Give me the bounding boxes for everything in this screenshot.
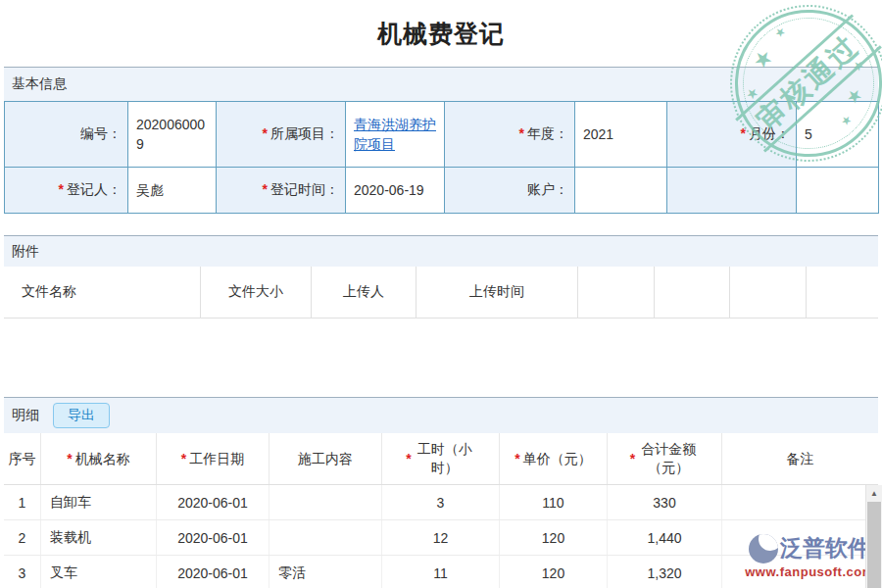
month-label: 月份： — [749, 125, 790, 141]
number-label: 编号： — [80, 125, 122, 141]
section-basic-info: 基本信息 — [4, 67, 878, 101]
det-header-machine: *机械名称 — [41, 433, 157, 484]
register-time-value-cell: 2020-06-19 — [346, 168, 445, 214]
registrant-label: 登记人： — [67, 181, 122, 197]
row-machine: 叉车 — [41, 556, 157, 588]
attach-header-upload-time: 上传时间 — [416, 267, 578, 318]
empty-value-cell — [797, 168, 879, 214]
year-label-cell: *年度： — [445, 102, 575, 168]
attach-header-file-size: 文件大小 — [201, 267, 312, 318]
register-time-label-cell: *登记时间： — [217, 168, 346, 214]
attach-header-uploader: 上传人 — [312, 267, 416, 318]
table-row: 1 自卸车 2020-06-01 3 110 330 — [4, 485, 878, 520]
registrant-value: 吴彪 — [136, 182, 164, 198]
row-date: 2020-06-01 — [157, 556, 270, 588]
det-header-remark: 备注 — [722, 433, 878, 484]
required-mark: * — [263, 125, 268, 141]
page-title: 机械费登记 — [0, 18, 882, 50]
registrant-label-cell: *登记人： — [5, 168, 128, 214]
row-content — [270, 485, 382, 519]
row-remark — [722, 485, 878, 519]
required-mark: * — [181, 450, 186, 468]
row-no: 3 — [4, 556, 41, 588]
machinery-fee-registration-page: 机械费登记 基本信息 编号： 2020060009 *所属项目： 青海洪湖养护院… — [0, 0, 882, 588]
required-mark: * — [406, 450, 411, 468]
row-price: 110 — [500, 485, 608, 519]
required-mark: * — [519, 125, 524, 141]
register-time-label: 登记时间： — [270, 181, 339, 197]
det-header-total: *合计金额（元） — [608, 433, 722, 484]
row-no: 2 — [4, 520, 41, 555]
row-no: 1 — [4, 485, 41, 519]
vertical-scrollbar[interactable]: ▲ — [865, 485, 882, 588]
det-header-date-label: 工作日期 — [189, 450, 244, 468]
vendor-logo: 泛普软件 www.fanpusoft.com — [745, 533, 874, 579]
account-value-cell — [575, 168, 667, 214]
month-value: 5 — [805, 126, 812, 142]
attach-header-empty — [578, 267, 655, 318]
section-attachments: 附件 — [4, 235, 878, 267]
attachments-section-title: 附件 — [12, 243, 39, 261]
attach-header-empty — [730, 267, 807, 318]
row-price: 120 — [500, 556, 608, 588]
required-mark: * — [263, 181, 268, 197]
project-value-cell: 青海洪湖养护院项目 — [346, 102, 445, 168]
scrollbar-thumb[interactable] — [867, 502, 881, 588]
month-value-cell: 5 — [797, 102, 879, 168]
row-date: 2020-06-01 — [157, 520, 270, 555]
basic-info-section-title: 基本信息 — [12, 75, 67, 93]
required-mark: * — [741, 125, 746, 141]
project-label-cell: *所属项目： — [217, 102, 346, 168]
year-value: 2021 — [583, 126, 613, 142]
month-label-cell: *月份： — [667, 102, 797, 168]
attach-header-empty — [807, 267, 878, 318]
row-total: 1,440 — [608, 520, 722, 555]
det-header-price: *单价（元） — [500, 433, 608, 484]
row-content — [270, 520, 382, 555]
row-total: 330 — [608, 485, 722, 519]
row-date: 2020-06-01 — [157, 485, 270, 519]
row-machine: 装载机 — [41, 520, 157, 555]
row-content: 零活 — [270, 556, 382, 588]
required-mark: * — [59, 181, 64, 197]
account-label-cell: 账户： — [445, 168, 575, 214]
row-total: 1,320 — [608, 556, 722, 588]
vendor-website: www.fanpusoft.com — [745, 564, 874, 579]
row-price: 120 — [500, 520, 608, 555]
required-mark: * — [514, 450, 519, 468]
det-header-date: *工作日期 — [157, 433, 270, 484]
attachments-header-row: 文件名称 文件大小 上传人 上传时间 — [4, 267, 878, 318]
export-button[interactable]: 导出 — [53, 403, 110, 428]
row-hours: 12 — [382, 520, 500, 555]
required-mark: * — [630, 450, 635, 468]
scrollbar-up-arrow-icon[interactable]: ▲ — [866, 485, 882, 502]
fanpu-logo-icon — [749, 534, 778, 564]
account-label: 账户： — [527, 181, 568, 197]
section-details: 明细 导出 — [4, 397, 878, 433]
row-hours: 3 — [382, 485, 500, 519]
det-header-content: 施工内容 — [270, 433, 382, 484]
project-label: 所属项目： — [270, 125, 339, 141]
det-header-price-label: 单价（元） — [523, 450, 592, 468]
number-value-cell: 2020060009 — [128, 102, 217, 168]
year-label: 年度： — [527, 125, 568, 141]
det-header-machine-label: 机械名称 — [75, 450, 130, 468]
details-header-row: 序号 *机械名称 *工作日期 施工内容 *工时（小时） *单价（元） *合计金额… — [4, 433, 878, 485]
attach-header-file-name: 文件名称 — [4, 267, 201, 318]
year-value-cell: 2021 — [575, 102, 667, 168]
number-value: 2020060009 — [136, 117, 205, 152]
required-mark: * — [67, 450, 72, 468]
details-section-title: 明细 — [12, 407, 39, 424]
attach-header-empty — [655, 267, 730, 318]
register-time-value: 2020-06-19 — [354, 182, 424, 198]
basic-info-table: 编号： 2020060009 *所属项目： 青海洪湖养护院项目 *年度： 202… — [4, 101, 879, 214]
det-header-hours: *工时（小时） — [382, 433, 500, 484]
det-header-total-label: 合计金额（元） — [638, 440, 699, 477]
empty-label-cell — [667, 168, 797, 214]
number-label-cell: 编号： — [5, 102, 128, 168]
project-link[interactable]: 青海洪湖养护院项目 — [354, 117, 436, 152]
det-header-no: 序号 — [4, 433, 41, 484]
registrant-value-cell: 吴彪 — [128, 168, 217, 214]
row-hours: 11 — [382, 556, 500, 588]
vendor-logo-text: 泛普软件 — [780, 533, 870, 564]
